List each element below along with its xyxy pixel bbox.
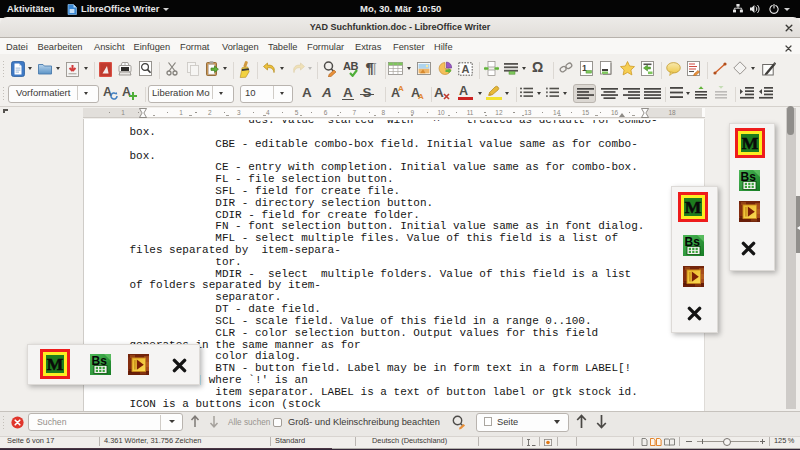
svg-text:A: A bbox=[462, 63, 470, 75]
svg-text:M: M bbox=[47, 354, 64, 374]
svg-text:M: M bbox=[742, 133, 759, 153]
svg-text:M: M bbox=[685, 197, 702, 217]
